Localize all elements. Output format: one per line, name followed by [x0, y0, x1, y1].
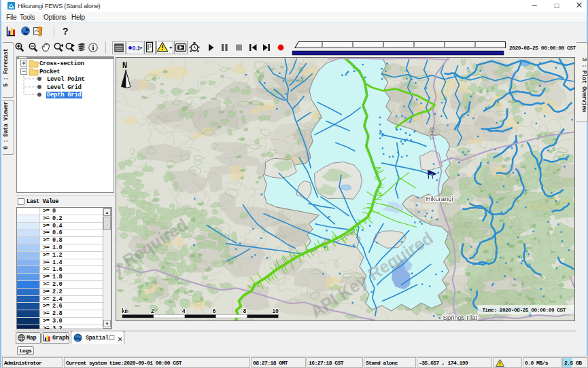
svg-text:0.1: 0.1	[133, 45, 141, 52]
svg-text:4: 4	[182, 308, 186, 315]
svg-text:km: km	[122, 308, 128, 315]
svg-text:6: 6	[213, 308, 216, 315]
svg-text:10: 10	[272, 308, 279, 315]
svg-text:?: ?	[63, 26, 69, 37]
svg-text:Hikurangi: Hikurangi	[426, 195, 453, 202]
svg-text:Time: 2020-08-25 00:00:00 CST: Time: 2020-08-25 00:00:00 CST	[482, 307, 566, 313]
svg-text:2: 2	[151, 308, 154, 315]
svg-text:SH 1: SH 1	[429, 126, 436, 140]
svg-text:2020-08-25 00:00:00 CST: 2020-08-25 00:00:00 CST	[509, 45, 576, 51]
svg-text:N: N	[122, 61, 127, 71]
svg-text:8: 8	[243, 308, 246, 315]
svg-text:Springs Flat: Springs Flat	[443, 314, 478, 321]
